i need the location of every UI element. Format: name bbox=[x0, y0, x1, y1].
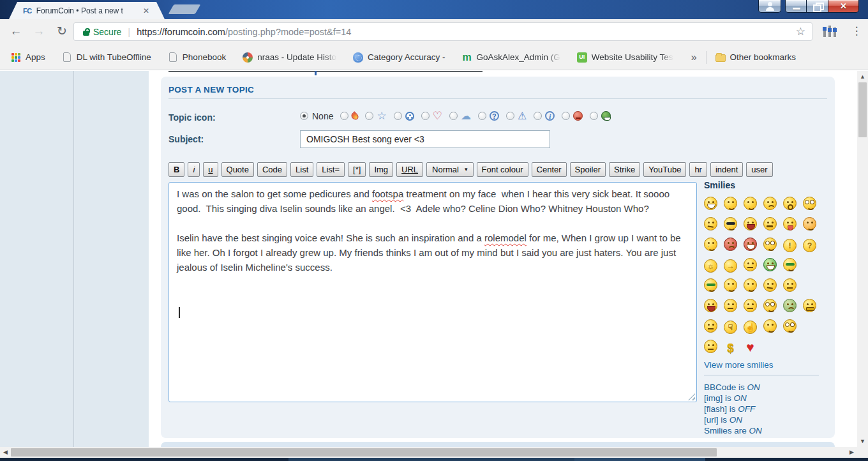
smiley-specs[interactable] bbox=[763, 299, 777, 312]
scroll-left-icon[interactable]: ◀ bbox=[0, 447, 11, 458]
smiley-angel[interactable] bbox=[724, 278, 737, 292]
radio-none[interactable] bbox=[300, 112, 308, 120]
radio-heart[interactable] bbox=[421, 112, 430, 120]
smiley-rofl[interactable] bbox=[704, 299, 717, 312]
smiley-zip-it[interactable] bbox=[803, 299, 816, 312]
smiley-neutral[interactable] bbox=[744, 258, 757, 271]
smiley-question[interactable]: ? bbox=[803, 239, 816, 252]
minimize-button[interactable] bbox=[785, 0, 807, 13]
radio-star[interactable] bbox=[365, 112, 373, 120]
bbcode-button-fontcolour[interactable]: Font colour bbox=[477, 162, 528, 177]
view-more-smilies-link[interactable]: View more smilies bbox=[704, 360, 828, 370]
radio-bubble[interactable] bbox=[449, 112, 458, 120]
smiley-very-happy[interactable] bbox=[704, 197, 717, 210]
bbcode-button-url[interactable]: URL bbox=[396, 162, 423, 177]
smiley-wink[interactable] bbox=[744, 197, 757, 210]
topic-icon-option-info[interactable]: i bbox=[534, 111, 555, 121]
topic-icon-option-question[interactable]: ? bbox=[478, 111, 499, 121]
topic-icon-option-red-face[interactable] bbox=[562, 111, 583, 121]
extension-icon[interactable] bbox=[823, 26, 837, 38]
apps-grid-icon[interactable] bbox=[11, 53, 20, 62]
tab-close-icon[interactable]: ✕ bbox=[143, 7, 149, 15]
secure-label[interactable]: Secure bbox=[93, 27, 121, 37]
smiley-laughing[interactable] bbox=[744, 217, 757, 230]
browser-tab[interactable]: FC ForumCoin • Post a new t ✕ bbox=[9, 2, 165, 19]
bbcode-button-indent[interactable]: indent bbox=[710, 162, 743, 177]
maximize-button[interactable] bbox=[807, 0, 828, 13]
forward-icon[interactable]: → bbox=[29, 22, 49, 41]
bookmark-item[interactable]: nraas - Update Histo bbox=[243, 52, 336, 63]
font-size-select[interactable]: Normal▾ bbox=[426, 162, 473, 177]
radio-green-face[interactable] bbox=[590, 112, 598, 120]
smiley-shh[interactable] bbox=[744, 299, 757, 312]
horizontal-scrollbar-thumb[interactable] bbox=[11, 448, 717, 457]
radio-info[interactable] bbox=[534, 112, 542, 120]
smiley-mr-green[interactable] bbox=[763, 258, 777, 271]
bbcode-button-list[interactable]: List= bbox=[317, 162, 345, 177]
smiley-exclaim[interactable]: ! bbox=[783, 239, 797, 252]
new-tab-button[interactable] bbox=[168, 4, 201, 14]
bookmark-item[interactable]: Category Accuracy - bbox=[353, 52, 445, 63]
smiley-sceptic[interactable] bbox=[724, 299, 737, 312]
bookmark-item[interactable]: Phonebook bbox=[168, 52, 226, 63]
bbcode-button-quote[interactable]: Quote bbox=[221, 162, 254, 177]
topic-icon-option-bubble[interactable]: ☁ bbox=[449, 110, 471, 121]
smiley-sad[interactable] bbox=[763, 197, 777, 210]
bbcode-button-youtube[interactable]: YouTube bbox=[643, 162, 686, 177]
smiley-geek[interactable] bbox=[783, 258, 797, 271]
vertical-scrollbar[interactable]: ▲ ▼ bbox=[857, 71, 868, 447]
smiley-crying[interactable] bbox=[704, 238, 717, 251]
smiley-thumb-up[interactable]: ☝ bbox=[744, 321, 757, 334]
bbcode-button-[interactable]: [*] bbox=[348, 162, 366, 177]
bbcode-button-hr[interactable]: hr bbox=[689, 162, 707, 177]
topic-icon-option-green-face[interactable] bbox=[590, 111, 611, 121]
smiley-confused[interactable] bbox=[704, 217, 717, 230]
smiley-arrow[interactable]: → bbox=[724, 259, 737, 273]
topic-icon-option-none[interactable]: None bbox=[300, 111, 333, 121]
smiley-professor[interactable] bbox=[704, 278, 717, 292]
back-icon[interactable]: ← bbox=[6, 22, 26, 41]
bookmark-item[interactable]: mGoAskAlex_Admin (G bbox=[462, 52, 560, 63]
topic-icon-option-star[interactable]: ☆ bbox=[365, 110, 386, 121]
bbcode-button-user[interactable]: user bbox=[746, 162, 772, 177]
scroll-down-icon[interactable]: ▼ bbox=[857, 436, 868, 446]
smiley-evil[interactable] bbox=[724, 238, 737, 251]
subject-input[interactable] bbox=[300, 130, 550, 148]
scroll-up-icon[interactable]: ▲ bbox=[857, 72, 868, 82]
message-textarea[interactable]: I was on the salon to get some pedicures… bbox=[168, 182, 697, 402]
bookmark-item[interactable]: UIWebsite Usability Tes bbox=[577, 52, 673, 63]
radio-red-face[interactable] bbox=[562, 112, 570, 120]
profile-icon[interactable] bbox=[758, 0, 781, 13]
bbcode-button-i[interactable]: i bbox=[188, 162, 200, 177]
other-bookmarks[interactable]: Other bookmarks bbox=[715, 52, 797, 62]
smiley-cool[interactable] bbox=[724, 217, 737, 230]
smiley-heart[interactable]: ♥ bbox=[744, 340, 757, 354]
bbcode-button-code[interactable]: Code bbox=[257, 162, 287, 177]
scroll-right-icon[interactable]: ▶ bbox=[846, 447, 857, 458]
smiley-razz[interactable] bbox=[783, 217, 797, 230]
smiley-whistle[interactable] bbox=[744, 278, 757, 292]
smiley-embarrassed[interactable] bbox=[803, 217, 816, 230]
smiley-scratch[interactable] bbox=[763, 278, 777, 292]
bbcode-button-list[interactable]: List bbox=[290, 162, 313, 177]
reload-icon[interactable]: ↻ bbox=[52, 22, 71, 41]
bbcode-button-img[interactable]: Img bbox=[369, 162, 393, 177]
smiley-idea[interactable]: ☼ bbox=[704, 259, 717, 273]
bookmark-item[interactable]: DL with TubeOffline bbox=[62, 52, 151, 63]
horizontal-scrollbar[interactable]: ◀ ▶ bbox=[0, 447, 857, 458]
smiley-shocked[interactable] bbox=[783, 197, 797, 210]
topic-icon-option-fire[interactable] bbox=[340, 112, 358, 120]
address-bar[interactable]: Secure | https://forumcoin.com /posting.… bbox=[73, 22, 812, 41]
smiley-sleepy[interactable] bbox=[704, 340, 717, 353]
menu-icon[interactable]: ⋮ bbox=[849, 21, 864, 42]
radio-question[interactable] bbox=[478, 112, 486, 120]
bbcode-button-spoiler[interactable]: Spoiler bbox=[570, 162, 606, 177]
bookmark-apps[interactable]: Apps bbox=[26, 52, 45, 62]
close-button[interactable]: ✕ bbox=[828, 0, 859, 13]
topic-icon-option-ball[interactable] bbox=[394, 112, 414, 121]
radio-ball[interactable] bbox=[394, 112, 402, 120]
smiley-rolling-eyes[interactable] bbox=[763, 238, 777, 251]
smiley-ponder[interactable] bbox=[704, 319, 717, 333]
smiley-eek[interactable] bbox=[803, 197, 816, 210]
smiley-thumb-down[interactable]: ☟ bbox=[724, 321, 737, 334]
